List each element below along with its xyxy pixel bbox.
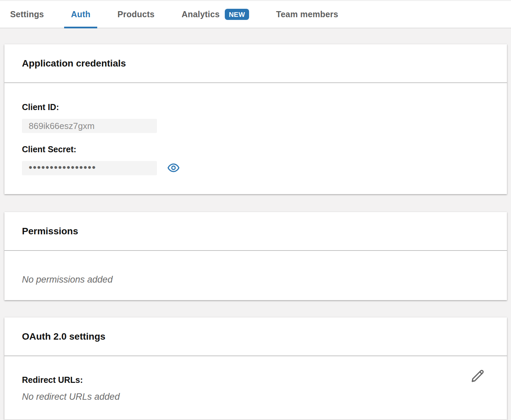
permissions-card: Permissions No permissions added: [4, 212, 507, 300]
application-credentials-card: Application credentials Client ID: 869ik…: [4, 44, 507, 194]
permissions-empty-text: No permissions added: [22, 274, 489, 285]
tab-team-members[interactable]: Team members: [276, 1, 338, 28]
client-secret-label: Client Secret:: [22, 145, 489, 154]
pencil-icon: [470, 380, 486, 385]
tab-bar: Settings Auth Products Analytics NEW Tea…: [0, 0, 511, 28]
tab-auth-label: Auth: [71, 9, 90, 19]
application-credentials-body: Client ID: 869ik66esz7gxm Client Secret:…: [4, 83, 507, 194]
tab-analytics[interactable]: Analytics NEW: [182, 1, 249, 28]
tab-team-members-label: Team members: [276, 9, 338, 19]
edit-redirect-urls-button[interactable]: [470, 368, 486, 384]
tab-settings[interactable]: Settings: [10, 1, 44, 28]
tab-products[interactable]: Products: [117, 1, 155, 28]
redirect-urls-label: Redirect URLs:: [22, 375, 489, 385]
oauth-settings-body: Redirect URLs: No redirect URLs added: [4, 356, 507, 420]
application-credentials-title: Application credentials: [22, 58, 126, 69]
client-id-field[interactable]: 869ik66esz7gxm: [22, 119, 157, 133]
reveal-secret-button[interactable]: [167, 162, 180, 174]
application-credentials-header: Application credentials: [4, 44, 507, 83]
oauth-settings-header: OAuth 2.0 settings: [4, 317, 507, 356]
permissions-body: No permissions added: [4, 251, 507, 300]
permissions-header: Permissions: [4, 212, 507, 251]
client-secret-field[interactable]: ••••••••••••••••: [22, 161, 157, 175]
client-id-label: Client ID:: [22, 102, 489, 112]
client-secret-row: ••••••••••••••••: [22, 161, 489, 175]
new-badge: NEW: [225, 9, 249, 20]
permissions-title: Permissions: [22, 226, 78, 237]
oauth-settings-card: OAuth 2.0 settings Redirect URLs: No red…: [4, 317, 507, 420]
tab-products-label: Products: [117, 9, 155, 19]
oauth-settings-title: OAuth 2.0 settings: [22, 331, 105, 342]
tab-analytics-label: Analytics: [182, 9, 220, 19]
client-secret-masked-value: ••••••••••••••••: [29, 162, 96, 173]
tab-settings-label: Settings: [10, 9, 44, 19]
redirect-urls-empty-text: No redirect URLs added: [22, 392, 489, 402]
eye-icon: [167, 163, 180, 174]
client-id-value: 869ik66esz7gxm: [29, 121, 95, 131]
tab-auth[interactable]: Auth: [71, 1, 90, 28]
